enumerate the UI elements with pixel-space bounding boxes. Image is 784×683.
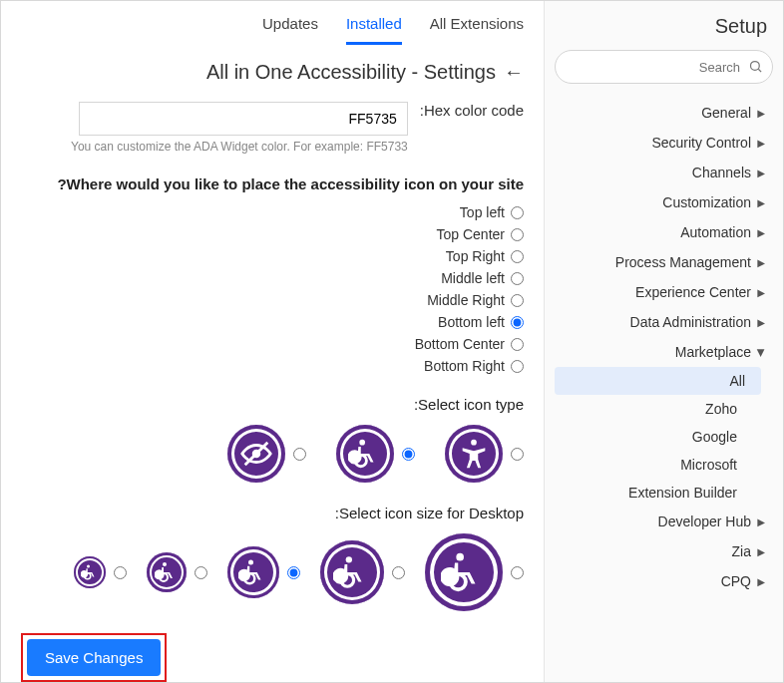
svg-point-9 — [346, 556, 352, 562]
tab-updates[interactable]: Updates — [262, 15, 318, 45]
search-input[interactable] — [555, 50, 773, 84]
wheelchair-icon — [320, 540, 384, 604]
main-panel: All Extensions Installed Updates ← All i… — [1, 1, 544, 682]
wheelchair-icon — [425, 533, 503, 611]
icon-type-b[interactable] — [336, 425, 415, 483]
tab-all-extensions[interactable]: All Extensions — [430, 15, 524, 45]
svg-point-15 — [87, 565, 90, 568]
tabs: All Extensions Installed Updates — [21, 1, 524, 45]
nav-marketplace-all[interactable]: All — [555, 367, 761, 395]
icon-type-label: Select icon type: — [21, 396, 524, 413]
nav-security-control[interactable]: ◀Security Control — [555, 128, 773, 158]
nav-marketplace-zoho[interactable]: Zoho — [555, 395, 745, 423]
nav-label: Developer Hub — [658, 513, 751, 529]
icon-size-label: Select icon size for Desktop: — [21, 505, 524, 521]
wheelchair-icon — [74, 556, 106, 588]
nav-marketplace-extension-builder[interactable]: Extension Builder — [555, 479, 745, 507]
placement-middle-right[interactable]: Middle Right — [21, 292, 524, 308]
nav-label: Customization — [662, 194, 751, 210]
nav-label: Channels — [692, 165, 751, 180]
nav-channels[interactable]: ◀Channels — [555, 158, 773, 187]
sidebar-search — [555, 50, 773, 84]
nav-customization[interactable]: ◀Customization — [555, 187, 773, 217]
placement-top-right[interactable]: Top Right — [21, 248, 524, 264]
placement-question: Where would you like to place the access… — [21, 175, 524, 192]
hex-color-label: Hex color code: — [420, 102, 524, 119]
hex-help-text: You can customize the ADA Widget color. … — [21, 140, 408, 154]
nav-automation[interactable]: ◀Automation — [555, 217, 773, 247]
placement-options: Top left Top Center Top Right Middle lef… — [21, 204, 524, 374]
nav-label: Marketplace — [675, 344, 751, 360]
nav-marketplace[interactable]: ◀Marketplace — [555, 337, 773, 367]
nav-cpq[interactable]: ◀CPQ — [555, 566, 773, 596]
nav-marketplace-microsoft[interactable]: Microsoft — [555, 451, 745, 479]
icon-size-2[interactable] — [320, 540, 405, 604]
nav-label: Process Management — [615, 254, 751, 270]
svg-point-13 — [163, 562, 167, 566]
svg-point-0 — [751, 62, 760, 71]
wheelchair-icon — [147, 552, 187, 592]
save-button[interactable]: Save Changes — [27, 639, 161, 676]
icon-type-c[interactable] — [227, 425, 306, 483]
tab-installed[interactable]: Installed — [346, 15, 402, 45]
search-icon — [748, 59, 763, 77]
placement-bottom-left[interactable]: Bottom left — [21, 314, 524, 330]
icon-size-5[interactable] — [74, 556, 127, 588]
placement-top-left[interactable]: Top left — [21, 204, 524, 220]
nav-label: Experience Center — [635, 284, 751, 300]
icon-size-3[interactable] — [227, 546, 300, 598]
sidebar-title: Setup — [555, 15, 767, 38]
nav-label: General — [701, 105, 751, 121]
nav-label: Data Administration — [630, 314, 751, 330]
back-arrow-icon[interactable]: ← — [504, 61, 524, 84]
nav-experience-center[interactable]: ◀Experience Center — [555, 277, 773, 307]
nav-label: Automation — [680, 224, 751, 240]
svg-line-1 — [758, 69, 761, 72]
svg-point-7 — [456, 553, 464, 561]
nav-label: Zia — [732, 543, 751, 559]
placement-bottom-center[interactable]: Bottom Center — [21, 336, 524, 352]
svg-point-3 — [359, 440, 365, 446]
nav-zia[interactable]: ◀Zia — [555, 536, 773, 566]
icon-size-4[interactable] — [147, 552, 207, 592]
nav-marketplace-google[interactable]: Google — [555, 423, 745, 451]
nav-developer-hub[interactable]: ◀Developer Hub — [555, 507, 773, 536]
action-bar: Save Changes — [21, 633, 524, 682]
save-highlight: Save Changes — [21, 633, 167, 682]
icon-type-options — [21, 425, 524, 483]
placement-top-center[interactable]: Top Center — [21, 226, 524, 242]
nav-data-administration[interactable]: ◀Data Administration — [555, 307, 773, 337]
nav-label: CPQ — [721, 573, 751, 589]
nav-label: Security Control — [651, 135, 751, 151]
breadcrumb: ← All in One Accessibility - Settings — [21, 61, 524, 84]
setup-sidebar: Setup ◀General ◀Security Control ◀Channe… — [544, 1, 783, 682]
icon-size-options — [21, 533, 524, 611]
nav-general[interactable]: ◀General — [555, 98, 773, 128]
wheelchair-icon — [336, 425, 394, 483]
svg-point-11 — [248, 560, 253, 565]
icon-type-a[interactable] — [445, 425, 524, 483]
hex-color-input[interactable] — [79, 102, 408, 136]
wheelchair-icon — [227, 546, 279, 598]
svg-point-2 — [471, 440, 477, 446]
page-title: All in One Accessibility - Settings — [206, 61, 496, 84]
nav-process-management[interactable]: ◀Process Management — [555, 247, 773, 277]
eye-slash-icon — [227, 425, 285, 483]
placement-middle-left[interactable]: Middle left — [21, 270, 524, 286]
accessibility-person-icon — [445, 425, 503, 483]
icon-size-1[interactable] — [425, 533, 524, 611]
placement-bottom-right[interactable]: Bottom Right — [21, 358, 524, 374]
